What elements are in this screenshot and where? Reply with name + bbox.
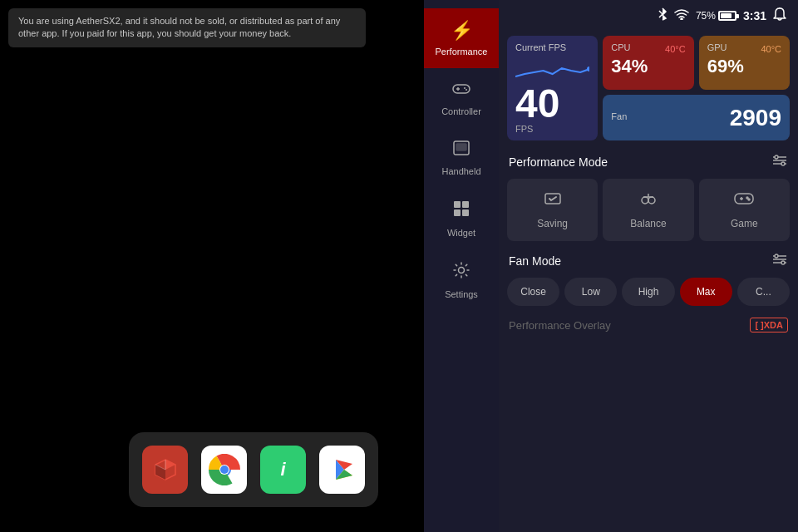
- xda-logo: [ ]XDA: [750, 318, 788, 332]
- svg-point-31: [587, 66, 589, 71]
- dock-app-info[interactable]: i: [260, 446, 306, 494]
- svg-point-38: [642, 197, 648, 204]
- gpu-temp: 40°C: [761, 44, 781, 54]
- sidebar-item-performance[interactable]: ⚡ Performance: [424, 8, 499, 68]
- svg-point-8: [220, 466, 229, 474]
- svg-point-46: [748, 199, 750, 200]
- sidebar-item-settings[interactable]: Settings: [424, 249, 499, 311]
- sidebar-label-handheld: Handheld: [441, 166, 480, 176]
- svg-point-19: [466, 89, 467, 91]
- warning-banner: You are using AetherSX2, and it should n…: [8, 8, 366, 47]
- svg-point-18: [464, 87, 466, 89]
- svg-rect-25: [462, 209, 469, 216]
- right-panel: 75% 3:31 Current FPS 40: [499, 0, 798, 532]
- gpu-label: GPU: [707, 42, 727, 52]
- svg-point-51: [781, 261, 785, 264]
- settings-icon: [452, 261, 470, 284]
- svg-point-36: [781, 162, 785, 165]
- svg-point-39: [648, 197, 655, 204]
- battery-percent: 75%: [696, 10, 716, 22]
- dock-app-red-cube[interactable]: [142, 446, 188, 494]
- fan-high-button[interactable]: High: [622, 278, 674, 306]
- performance-mode-buttons: Saving Balance: [499, 175, 798, 244]
- svg-point-45: [746, 197, 748, 199]
- svg-rect-21: [456, 144, 466, 150]
- battery-container: 75%: [696, 10, 736, 22]
- fan-close-label: Close: [520, 286, 546, 298]
- svg-rect-15: [453, 85, 470, 93]
- fan-low-label: Low: [582, 286, 600, 298]
- svg-rect-22: [454, 201, 461, 208]
- mode-saving-button[interactable]: Saving: [507, 179, 598, 241]
- fan-max-button[interactable]: Max: [680, 278, 732, 306]
- controller-icon: [451, 80, 471, 101]
- warning-text: You are using AetherSX2, and it should n…: [18, 16, 340, 38]
- sidebar-item-controller[interactable]: Controller: [424, 68, 499, 128]
- mode-balance-label: Balance: [630, 218, 666, 229]
- fan-high-label: High: [638, 286, 659, 298]
- fps-unit: FPS: [515, 124, 589, 134]
- fan-label: Fan: [611, 111, 627, 121]
- fan-mode-settings-icon[interactable]: [771, 253, 788, 269]
- fan-close-button[interactable]: Close: [507, 278, 559, 306]
- svg-rect-42: [735, 194, 753, 204]
- cpu-value: 34%: [611, 56, 685, 77]
- fan-custom-label: C...: [756, 286, 771, 298]
- stats-grid: Current FPS 40 FPS CPU 40°C 34% GPU 40°C: [499, 31, 798, 145]
- performance-overlay-row: Performance Overlay [ ]XDA: [499, 309, 798, 341]
- svg-point-26: [459, 268, 465, 273]
- performance-icon: ⚡: [451, 20, 473, 42]
- svg-rect-23: [462, 201, 469, 208]
- cpu-temp: 40°C: [665, 44, 686, 54]
- gpu-card: GPU 40°C 69%: [699, 36, 790, 90]
- performance-mode-header: Performance Mode: [499, 145, 798, 175]
- fps-graph: [515, 56, 589, 81]
- fan-mode-title: Fan Mode: [509, 254, 561, 268]
- sidebar: ⚡ Performance Controller Handheld: [424, 0, 499, 532]
- left-area: You are using AetherSX2, and it should n…: [0, 0, 424, 532]
- notification-icon: [773, 7, 786, 24]
- sidebar-label-performance: Performance: [436, 47, 488, 57]
- performance-overlay-label: Performance Overlay: [509, 319, 611, 332]
- svg-rect-24: [454, 209, 461, 216]
- fan-mode-header: Fan Mode: [499, 244, 798, 274]
- mode-saving-label: Saving: [537, 218, 568, 229]
- handheld-icon: [452, 140, 470, 161]
- time-display: 3:31: [743, 9, 766, 22]
- performance-mode-title: Performance Mode: [509, 155, 608, 169]
- fps-card: Current FPS 40 FPS: [507, 36, 598, 140]
- mode-game-button[interactable]: Game: [699, 179, 790, 241]
- cpu-card: CPU 40°C 34%: [603, 36, 693, 90]
- mode-game-label: Game: [731, 218, 758, 229]
- balance-icon: [638, 190, 658, 211]
- performance-mode-settings-icon[interactable]: [771, 154, 788, 170]
- dock-app-chrome[interactable]: [201, 446, 247, 494]
- sidebar-label-controller: Controller: [441, 106, 481, 116]
- status-bar: 75% 3:31: [499, 0, 798, 31]
- sidebar-item-handheld[interactable]: Handheld: [424, 128, 499, 188]
- mode-balance-button[interactable]: Balance: [603, 179, 693, 241]
- gpu-value: 69%: [707, 56, 781, 77]
- svg-line-27: [659, 11, 663, 14]
- bluetooth-icon: [658, 7, 667, 23]
- saving-icon: [543, 190, 563, 211]
- dock-app-play[interactable]: [319, 446, 365, 494]
- fps-value: 40: [515, 84, 589, 124]
- svg-point-50: [775, 254, 778, 258]
- cpu-label: CPU: [611, 42, 630, 52]
- widget-icon: [452, 200, 470, 223]
- bottom-dock: i: [129, 432, 378, 507]
- sidebar-item-widget[interactable]: Widget: [424, 188, 499, 249]
- battery-icon: [718, 11, 736, 21]
- fan-low-button[interactable]: Low: [564, 278, 617, 306]
- svg-point-35: [775, 155, 778, 159]
- svg-line-28: [659, 14, 663, 17]
- fan-custom-button[interactable]: C...: [737, 278, 790, 306]
- sidebar-label-settings: Settings: [445, 289, 478, 299]
- svg-point-29: [681, 18, 682, 20]
- wifi-icon: [674, 8, 689, 22]
- game-icon: [733, 190, 755, 211]
- fan-card: Fan 2909: [603, 95, 790, 140]
- fan-value: 2909: [730, 105, 781, 131]
- fan-mode-buttons: Close Low High Max C...: [499, 274, 798, 309]
